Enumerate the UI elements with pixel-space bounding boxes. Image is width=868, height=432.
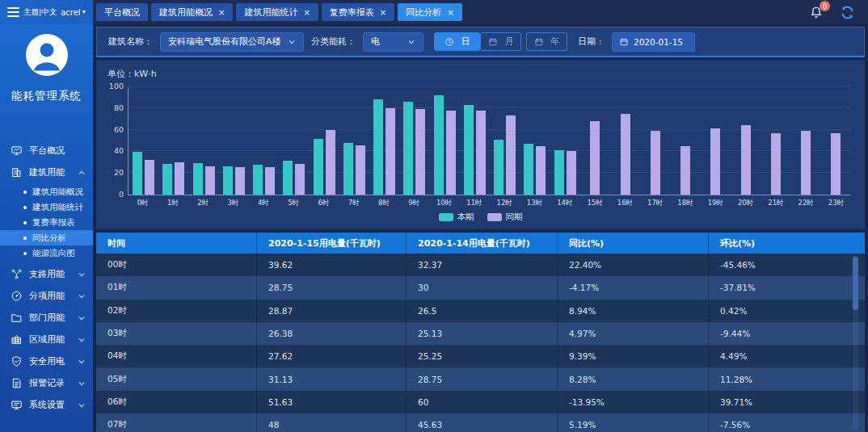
table-scrollbar-thumb[interactable]	[853, 257, 858, 310]
table-row-2[interactable]: 02时28.8726.58.94%0.42%	[96, 300, 865, 322]
tab-1[interactable]: 建筑用能概况×	[151, 3, 233, 21]
y-axis-tick-label: 60	[101, 125, 124, 134]
date-input[interactable]: 2020-01-15	[612, 32, 695, 52]
table-header-row: 时间2020-1-15用电量(千瓦时)2020-1-14用电量(千瓦时)同比(%…	[96, 233, 865, 254]
sidebar-nav: 平台概况建筑用能建筑用能概况建筑用能统计复费率报表同比分析能源流向图支路用能分项…	[0, 140, 93, 416]
sidebar-item-label: 平台概况	[29, 145, 65, 157]
sidebar-item-7[interactable]: 报警记录	[0, 372, 93, 394]
legend-label: 同期	[506, 212, 523, 223]
building-select[interactable]: 安科瑞电气股份有限公司A楼	[160, 32, 304, 52]
tab-close-icon[interactable]: ×	[380, 8, 386, 17]
sidebar-item-3[interactable]: 分项用能	[0, 285, 93, 307]
tab-0[interactable]: 平台概况	[96, 3, 148, 21]
monitor-icon	[11, 145, 23, 157]
legend-item-同期[interactable]: 同期	[487, 212, 523, 223]
sidebar-subitem-0[interactable]: 建筑用能概况	[0, 184, 93, 199]
calendar-icon	[619, 37, 629, 47]
user-name: acrel	[61, 8, 80, 17]
chevron-up-icon	[78, 169, 86, 177]
bar-group-18	[671, 87, 701, 195]
tab-3[interactable]: 复费率报表×	[322, 3, 394, 21]
table-cell: 02时	[96, 300, 257, 322]
sidebar-item-0[interactable]: 平台概况	[0, 140, 93, 161]
table-header-cell-0: 时间	[96, 233, 257, 254]
legend-item-本期[interactable]: 本期	[439, 212, 474, 223]
sidebar-subitem-label: 复费率报表	[32, 217, 75, 229]
table-cell: 0.42%	[709, 300, 865, 322]
period-button-年[interactable]: 年	[526, 32, 567, 51]
sidebar-item-label: 分项用能	[29, 290, 65, 302]
tab-close-icon[interactable]: ×	[218, 8, 225, 17]
x-axis-tick-label: 19时	[701, 199, 731, 208]
sidebar-subitem-4[interactable]: 能源流向图	[0, 245, 93, 261]
period-button-月[interactable]: 月	[480, 32, 521, 51]
user-avatar-icon[interactable]	[26, 34, 68, 76]
table-cell: -4.17%	[558, 276, 709, 299]
bar-本期-3时	[223, 166, 233, 195]
table-body: 00时39.6232.3722.40%-45.46%01时28.7530-4.1…	[96, 254, 865, 432]
table-row-5[interactable]: 05时31.1328.758.28%11.28%	[96, 367, 865, 390]
energy-type-select[interactable]: 电	[363, 32, 423, 52]
tab-4[interactable]: 同比分析×	[398, 3, 461, 21]
bar-group-19	[701, 87, 731, 195]
branch-icon	[11, 268, 23, 280]
bar-同期-0时	[145, 160, 154, 195]
theme-language-switch[interactable]: 主题|中文	[23, 7, 57, 18]
bar-group-7	[339, 87, 369, 195]
tab-label: 同比分析	[406, 6, 441, 19]
y-axis-tick-label: 40	[101, 146, 124, 155]
bar-group-6	[310, 87, 339, 195]
bar-同期-22时	[801, 131, 811, 195]
bar-同期-11时	[476, 111, 486, 195]
user-menu[interactable]: acrel ▾	[61, 8, 85, 17]
bar-本期-7时	[343, 143, 353, 195]
table-row-7[interactable]: 07时4845.635.19%-7.56%	[96, 413, 865, 432]
sidebar-subitem-3[interactable]: 同比分析	[0, 230, 93, 245]
bar-同期-21时	[771, 133, 781, 195]
table-cell: 31.13	[257, 367, 407, 390]
table-cell: 30	[407, 276, 558, 299]
menu-hamburger-icon[interactable]	[7, 7, 19, 17]
notification-bell-icon[interactable]: 0	[809, 5, 824, 19]
sidebar-subitem-2[interactable]: 复费率报表	[0, 215, 93, 230]
x-axis-tick-label: 5时	[278, 199, 308, 208]
y-axis-tick-label: 20	[101, 168, 124, 177]
sidebar-item-4[interactable]: 部门用能	[0, 307, 93, 329]
x-axis-tick-label: 21时	[761, 199, 790, 208]
tab-close-icon[interactable]: ×	[447, 8, 453, 17]
table-row-6[interactable]: 06时51.6360-13.95%39.71%	[96, 391, 865, 413]
y-axis-tick-label: 80	[101, 103, 124, 112]
x-axis-tick-label: 8时	[369, 199, 398, 208]
table-cell: 22.40%	[558, 254, 709, 276]
energy-type-label: 分类能耗：	[311, 36, 356, 48]
table-row-4[interactable]: 04时27.6225.259.39%4.49%	[96, 345, 865, 367]
gridline	[129, 86, 851, 86]
tab-close-icon[interactable]: ×	[303, 8, 310, 17]
bar-group-22	[791, 87, 821, 195]
sidebar-item-5[interactable]: 区域用能	[0, 329, 93, 350]
table-row-3[interactable]: 03时26.3825.134.97%-9.44%	[96, 322, 865, 345]
period-button-日[interactable]: 日	[434, 32, 480, 51]
clock-icon	[445, 37, 454, 47]
sidebar-item-6[interactable]: 安全用电	[0, 350, 93, 372]
sidebar-item-2[interactable]: 支路用能	[0, 263, 93, 285]
date-value: 2020-01-15	[634, 37, 683, 47]
table-row-1[interactable]: 01时28.7530-4.17%-37.81%	[96, 276, 865, 299]
energy-select-value: 电	[371, 36, 380, 48]
sidebar-item-1[interactable]: 建筑用能	[0, 161, 93, 183]
sidebar-subitem-1[interactable]: 建筑用能统计	[0, 199, 93, 215]
date-label: 日期：	[578, 36, 605, 48]
tab-2[interactable]: 建筑用能统计×	[236, 3, 318, 21]
chevron-down-icon	[78, 314, 86, 322]
bar-group-16	[610, 87, 640, 195]
refresh-icon[interactable]	[840, 5, 855, 20]
bar-group-20	[731, 87, 761, 195]
table-cell: 48	[257, 413, 407, 432]
tab-label: 建筑用能统计	[244, 6, 297, 19]
chevron-down-icon	[78, 358, 86, 366]
period-button-label: 日	[461, 36, 470, 48]
sidebar-item-8[interactable]: 系统设置	[0, 394, 93, 416]
bar-group-12	[490, 87, 520, 195]
y-axis-tick-label: 100	[101, 82, 124, 90]
table-row-0[interactable]: 00时39.6232.3722.40%-45.46%	[96, 254, 865, 276]
